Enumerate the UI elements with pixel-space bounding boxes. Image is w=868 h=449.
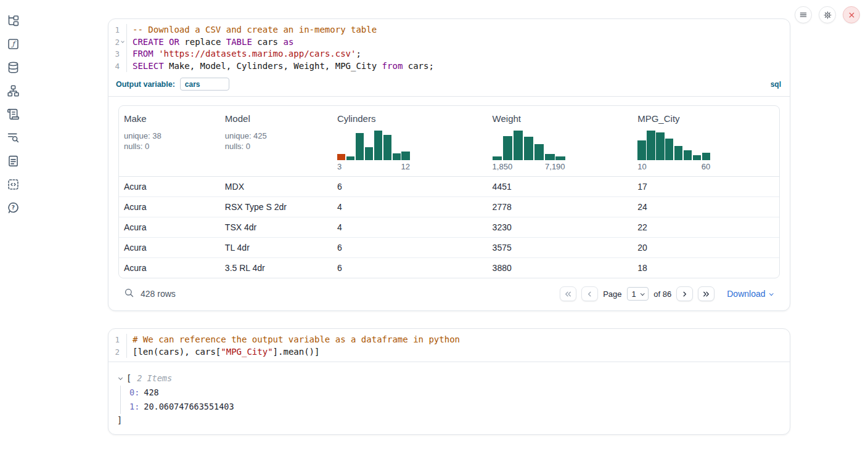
sql-code-editor[interactable]: 1-- Download a CSV and create an in-memo… <box>108 19 790 76</box>
menu-icon[interactable] <box>795 6 812 23</box>
shutdown-icon[interactable] <box>843 6 860 23</box>
column-header[interactable]: Cylinders312 <box>332 106 488 176</box>
histogram-bar <box>545 154 555 160</box>
code-line: 1-- Download a CSV and create an in-memo… <box>108 24 790 36</box>
histogram-bar <box>555 156 565 160</box>
table-cell: 3575 <box>488 238 633 257</box>
row-count: 428 rows <box>141 289 176 299</box>
data-table: Makeunique: 38nulls: 0Modelunique: 425nu… <box>118 105 780 278</box>
histogram-bar <box>365 147 373 160</box>
database-icon[interactable] <box>7 60 20 74</box>
python-cell-output: [ 2 Items 0:4281:20.060747663551403 ] <box>108 362 790 434</box>
code-text: # We can reference the output variable a… <box>127 334 460 346</box>
histogram-bar <box>665 139 673 160</box>
page-select[interactable]: 1 <box>627 287 649 301</box>
table-cell: 6 <box>332 177 488 196</box>
histogram-bar <box>401 152 409 160</box>
chevron-down-icon <box>769 291 773 295</box>
prev-page-button[interactable] <box>581 286 598 301</box>
dependency-graph-icon[interactable] <box>7 84 20 97</box>
file-tree-icon[interactable] <box>7 14 20 27</box>
column-header[interactable]: Modelunique: 425nulls: 0 <box>220 106 332 176</box>
histogram-bar <box>534 144 544 160</box>
histogram-bar <box>503 136 513 160</box>
histogram-bar <box>647 131 655 160</box>
svg-text:ƒ: ƒ <box>10 39 16 48</box>
download-button[interactable]: Download <box>727 289 772 299</box>
table-row: Acura3.5 RL 4dr6388018 <box>119 258 779 278</box>
code-text: -- Download a CSV and create an in-memor… <box>127 24 377 36</box>
table-cell: 3230 <box>488 217 633 237</box>
search-icon[interactable] <box>122 287 136 301</box>
page-label: Page <box>603 289 621 299</box>
line-number: 3 <box>115 48 120 60</box>
function-icon[interactable]: ƒ <box>7 37 20 51</box>
column-name: MPG_City <box>637 113 774 124</box>
histogram-bar <box>383 135 391 160</box>
snippets-icon[interactable] <box>7 177 20 191</box>
histogram-bar <box>346 156 354 160</box>
table-cell: 3.5 RL 4dr <box>220 258 332 278</box>
close-bracket: ] <box>117 414 781 427</box>
table-footer: 428 rows Page 1 of 86 <box>118 278 780 307</box>
chevron-down-icon <box>121 39 125 43</box>
collapse-icon[interactable] <box>117 378 123 379</box>
python-code-editor[interactable]: 1# We can reference the output variable … <box>108 329 790 362</box>
code-token: cars; <box>403 61 434 71</box>
histogram-min-label: 1,850 <box>493 162 513 171</box>
histogram-bar <box>684 150 692 160</box>
column-header[interactable]: Makeunique: 38nulls: 0 <box>119 106 220 176</box>
code-line: 2CREATE OR replace TABLE cars as <box>108 36 790 49</box>
column-stat: nulls: 0 <box>225 141 327 152</box>
sql-cell: 1-- Download a CSV and create an in-memo… <box>108 18 790 311</box>
code-token: TABLE <box>226 37 252 47</box>
histogram-bar <box>514 131 523 160</box>
table-row: AcuraTL 4dr6357520 <box>119 238 779 258</box>
scratchpad-icon[interactable] <box>7 107 20 121</box>
code-token: # We can reference the output variable a… <box>133 334 460 344</box>
table-cell: TL 4dr <box>220 238 332 257</box>
code-line: 2[len(cars), cars["MPG_City"].mean()] <box>108 346 790 358</box>
list-item: 0:428 <box>129 386 781 400</box>
help-icon[interactable]: ? <box>7 201 20 214</box>
page-value: 1 <box>632 289 636 299</box>
output-variable-input[interactable] <box>180 78 229 91</box>
next-page-button[interactable] <box>676 286 693 301</box>
line-gutter: 1 <box>108 334 127 346</box>
column-stat: unique: 38 <box>124 131 215 141</box>
column-name: Make <box>124 113 215 124</box>
notebook: 1-- Download a CSV and create an in-memo… <box>108 18 790 435</box>
code-text: CREATE OR replace TABLE cars as <box>127 36 293 49</box>
topbar-actions <box>795 6 860 23</box>
column-header[interactable]: Weight1,8507,190 <box>488 106 633 176</box>
last-page-button[interactable] <box>698 286 714 301</box>
line-gutter: 2 <box>108 346 127 358</box>
column-stat: unique: 425 <box>225 131 327 141</box>
table-cell: Acura <box>119 258 220 278</box>
settings-icon[interactable] <box>819 6 836 23</box>
code-token: replace <box>179 37 226 47</box>
table-cell: 3880 <box>488 258 633 278</box>
logs-icon[interactable] <box>7 131 20 144</box>
histogram-bar <box>693 155 701 160</box>
line-gutter: 1 <box>108 24 127 36</box>
sidebar: ƒ ? <box>0 0 27 449</box>
code-token: -- Download a CSV and create an in-memor… <box>133 25 377 34</box>
table-cell: 6 <box>332 258 488 278</box>
svg-text:?: ? <box>12 204 15 211</box>
python-cell: 1# We can reference the output variable … <box>108 328 790 435</box>
code-token: SELECT <box>133 61 164 71</box>
first-page-button[interactable] <box>560 286 576 301</box>
document-icon[interactable] <box>7 154 20 168</box>
histogram <box>637 131 710 160</box>
table-cell: 17 <box>633 177 779 196</box>
histogram <box>493 131 565 160</box>
tree-items: 0:4281:20.060747663551403 <box>120 386 781 414</box>
code-token: CREATE <box>133 37 164 47</box>
table-row: AcuraTSX 4dr4323022 <box>119 217 779 238</box>
histogram-labels: 312 <box>337 162 410 171</box>
fold-icon[interactable] <box>120 41 125 42</box>
sql-meta-bar: Output variable: sql <box>108 76 790 96</box>
histogram-bar <box>393 153 401 160</box>
column-header[interactable]: MPG_City1060 <box>633 106 779 176</box>
